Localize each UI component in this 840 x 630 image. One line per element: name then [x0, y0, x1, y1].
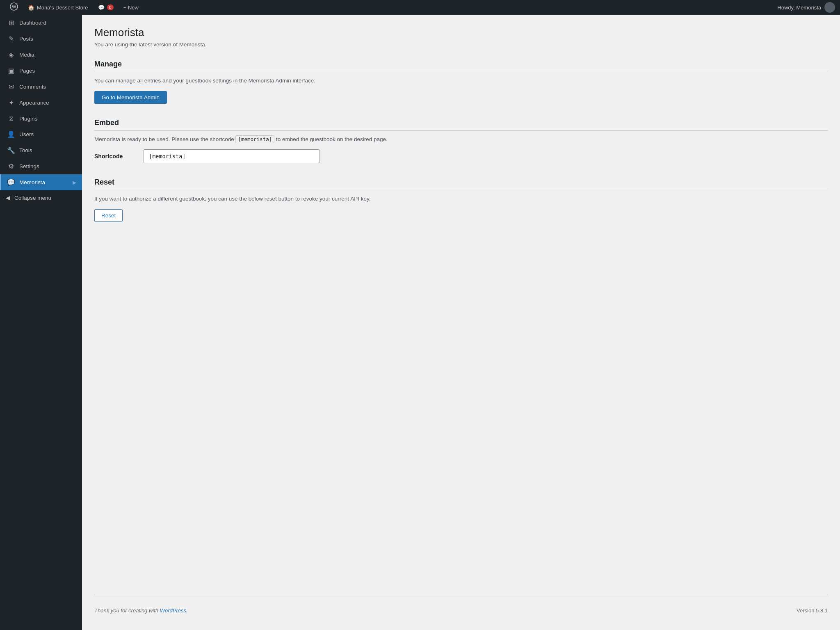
sidebar-item-dashboard[interactable]: ⊞ Dashboard	[0, 15, 82, 31]
users-icon: 👤	[7, 130, 15, 138]
admin-bar: W 🏠 Mona's Dessert Store 💬 0 + New Howdy…	[0, 0, 840, 15]
settings-icon: ⚙	[7, 162, 15, 170]
sidebar-label-dashboard: Dashboard	[19, 20, 46, 26]
sidebar-item-memorista[interactable]: 💬 Memorista ▶	[0, 174, 82, 190]
go-to-memorista-admin-button[interactable]: Go to Memorista Admin	[94, 91, 167, 104]
sidebar-label-comments: Comments	[19, 84, 46, 90]
reset-button[interactable]: Reset	[94, 209, 123, 222]
memorista-icon: 💬	[7, 178, 15, 186]
sidebar-item-tools[interactable]: 🔧 Tools	[0, 142, 82, 158]
shortcode-row: Shortcode	[94, 149, 828, 163]
page-subtitle: You are using the latest version of Memo…	[94, 41, 828, 48]
media-icon: ◈	[7, 51, 15, 59]
appearance-icon: ✦	[7, 99, 15, 107]
sidebar-label-appearance: Appearance	[19, 100, 49, 106]
page-layout: ⊞ Dashboard ✎ Posts ◈ Media ▣ Pages ✉ Co…	[0, 15, 840, 630]
sidebar-label-settings: Settings	[19, 163, 39, 169]
sidebar-label-users: Users	[19, 131, 34, 137]
reset-section-desc: If you want to authorize a different gue…	[94, 194, 828, 203]
footer-version: Version 5.8.1	[797, 607, 828, 614]
comments-button[interactable]: 💬 0	[93, 0, 119, 15]
site-name-button[interactable]: 🏠 Mona's Dessert Store	[23, 0, 93, 15]
sidebar-item-users[interactable]: 👤 Users	[0, 126, 82, 142]
comments-count-badge: 0	[107, 5, 114, 10]
pages-icon: ▣	[7, 67, 15, 75]
sidebar-label-posts: Posts	[19, 36, 33, 42]
sidebar-active-arrow: ▶	[73, 180, 76, 185]
svg-text:W: W	[12, 4, 16, 9]
sidebar-item-posts[interactable]: ✎ Posts	[0, 31, 82, 47]
manage-section: Manage You can manage all entries and yo…	[94, 60, 828, 104]
sidebar-label-pages: Pages	[19, 68, 35, 74]
sidebar-item-media[interactable]: ◈ Media	[0, 47, 82, 63]
new-content-button[interactable]: + New	[119, 0, 144, 15]
new-content-label: + New	[123, 5, 139, 11]
wp-logo-button[interactable]: W	[5, 0, 23, 15]
plugins-icon: ⧖	[7, 115, 15, 122]
collapse-menu-button[interactable]: ◀ Collapse menu	[0, 190, 82, 205]
howdy-label: Howdy, Memorista	[777, 5, 821, 11]
comments-sidebar-icon: ✉	[7, 83, 15, 91]
sidebar-item-settings[interactable]: ⚙ Settings	[0, 158, 82, 174]
embed-section-title: Embed	[94, 119, 828, 131]
sidebar-item-pages[interactable]: ▣ Pages	[0, 63, 82, 79]
collapse-label: Collapse menu	[14, 195, 51, 201]
shortcode-label: Shortcode	[94, 153, 135, 160]
footer-thank-you: Thank you for creating with	[94, 607, 160, 614]
collapse-icon: ◀	[6, 194, 10, 201]
embed-desc-after: to embed the guestbook on the desired pa…	[274, 136, 387, 142]
sidebar-label-media: Media	[19, 52, 34, 58]
tools-icon: 🔧	[7, 146, 15, 154]
reset-section-title: Reset	[94, 178, 828, 190]
posts-icon: ✎	[7, 35, 15, 43]
wordpress-icon: W	[10, 2, 18, 13]
footer-left: Thank you for creating with WordPress.	[94, 607, 188, 614]
embed-shortcode-inline: [memorista]	[235, 135, 274, 143]
sidebar: ⊞ Dashboard ✎ Posts ◈ Media ▣ Pages ✉ Co…	[0, 15, 82, 630]
comments-icon: 💬	[98, 5, 105, 11]
sidebar-label-plugins: Plugins	[19, 116, 37, 122]
manage-section-title: Manage	[94, 60, 828, 72]
wordpress-link[interactable]: WordPress	[160, 607, 186, 614]
sidebar-label-memorista: Memorista	[19, 179, 45, 185]
sidebar-item-comments[interactable]: ✉ Comments	[0, 79, 82, 95]
avatar	[824, 2, 835, 13]
reset-section: Reset If you want to authorize a differe…	[94, 178, 828, 222]
embed-section-desc: Memorista is ready to be used. Please us…	[94, 135, 828, 144]
shortcode-input[interactable]	[144, 149, 320, 163]
embed-section: Embed Memorista is ready to be used. Ple…	[94, 119, 828, 164]
sidebar-item-plugins[interactable]: ⧖ Plugins	[0, 111, 82, 126]
footer: Thank you for creating with WordPress. V…	[94, 595, 828, 614]
page-title: Memorista	[94, 26, 828, 39]
embed-desc-before: Memorista is ready to be used. Please us…	[94, 136, 235, 142]
dashboard-icon: ⊞	[7, 19, 15, 27]
sidebar-label-tools: Tools	[19, 147, 32, 153]
manage-section-desc: You can manage all entries and your gues…	[94, 76, 828, 85]
adminbar-right: Howdy, Memorista	[777, 2, 835, 13]
home-icon: 🏠	[28, 5, 34, 11]
sidebar-item-appearance[interactable]: ✦ Appearance	[0, 95, 82, 111]
site-name-label: Mona's Dessert Store	[37, 5, 88, 11]
main-content: Memorista You are using the latest versi…	[82, 15, 840, 630]
